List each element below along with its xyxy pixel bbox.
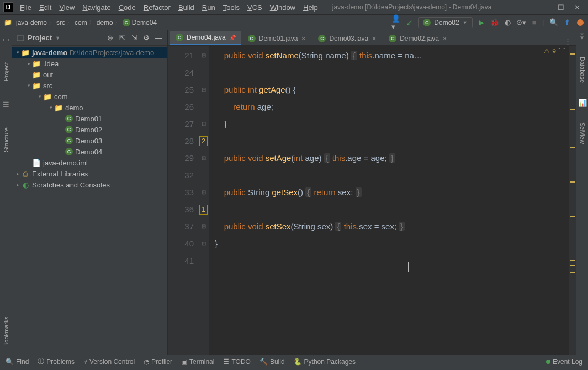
class-icon: C — [65, 126, 73, 133]
profile-icon[interactable]: ⊙▾ — [517, 18, 526, 27]
crumb-java-demo[interactable]: 📁java-demo〉 — [3, 19, 54, 26]
code-content[interactable]: public void setName(String name) { this.… — [209, 46, 576, 355]
tree-class-demo01[interactable]: CDemo01 — [12, 113, 167, 124]
window-title: java-demo [D:\IdeaProjects\java-demo] - … — [321, 3, 541, 11]
tool-python[interactable]: 🐍Python Packages — [294, 358, 356, 366]
menu-help[interactable]: Help — [300, 2, 321, 13]
search-icon[interactable]: 🔍 — [549, 18, 558, 27]
structure-tool-icon[interactable]: ☰ — [2, 100, 10, 109]
tab-structure[interactable]: Structure — [2, 125, 10, 154]
menu-window[interactable]: Window — [267, 2, 299, 13]
tool-vcs[interactable]: ⑂Version Control — [83, 358, 135, 366]
branch-icon: ⑂ — [83, 358, 87, 366]
dropdown-icon: ▼ — [463, 20, 468, 25]
back-arrow-icon[interactable]: ↙ — [405, 18, 414, 27]
crumb-demo04[interactable]: CDemo04 — [123, 19, 157, 26]
tree-class-demo02[interactable]: CDemo02 — [12, 124, 167, 135]
main-menu: FileEditViewNavigateCodeRefactorBuildRun… — [17, 2, 321, 13]
menu-tools[interactable]: Tools — [220, 2, 243, 13]
project-panel-title: Project — [28, 34, 52, 42]
hide-icon[interactable]: — — [154, 34, 163, 42]
database-tool-icon[interactable]: 🗄 — [578, 33, 587, 41]
menu-view[interactable]: View — [56, 2, 78, 13]
menu-build[interactable]: Build — [175, 2, 198, 13]
tool-event-log[interactable]: Event Log — [546, 358, 582, 366]
menu-navigate[interactable]: Navigate — [79, 2, 114, 13]
tree-root[interactable]: ▾📁 java-demo D:\IdeaProjects\java-demo — [12, 47, 167, 58]
tree-demo[interactable]: ▾📁demo — [12, 102, 167, 113]
menu-code[interactable]: Code — [115, 2, 139, 13]
collapse-all-icon[interactable]: ⇲ — [130, 34, 139, 42]
stop-icon[interactable]: ■ — [530, 18, 539, 27]
code-editor[interactable]: 21242526272829323336374041 ⊟ ⊟ ⊡2⊞ ⊞1⊞⊡ … — [168, 46, 576, 355]
ide-icon[interactable] — [576, 18, 585, 27]
tree-ext-lib[interactable]: ▸⎙External Libraries — [12, 168, 167, 179]
menu-refactor[interactable]: Refactor — [140, 2, 174, 13]
menu-edit[interactable]: Edit — [36, 2, 55, 13]
error-stripe[interactable] — [569, 46, 576, 355]
project-icon — [17, 34, 24, 42]
tabs-menu-icon[interactable]: ⋮ — [564, 37, 576, 45]
tab-demo04-java[interactable]: CDemo04.java📌 — [170, 31, 241, 45]
tree-com[interactable]: ▾📁com — [12, 91, 167, 102]
tree-class-demo04[interactable]: CDemo04 — [12, 146, 167, 157]
select-opened-icon[interactable]: ⊕ — [105, 34, 114, 42]
tool-todo[interactable]: ☰TODO — [223, 358, 250, 366]
tab-demo03-java[interactable]: CDemo03.java✕ — [312, 32, 382, 45]
tool-terminal[interactable]: ▣Terminal — [181, 358, 214, 366]
tab-project[interactable]: Project — [2, 60, 10, 83]
menu-run[interactable]: Run — [199, 2, 219, 13]
crumb-demo[interactable]: demo〉 — [97, 19, 120, 26]
status-bar: ▢ Localized IntelliJ IDEA 2021.3.3 is av… — [0, 368, 588, 370]
tool-profiler[interactable]: ◔Profiler — [144, 358, 172, 366]
tree-iml[interactable]: 📄java-demo.iml — [12, 157, 167, 168]
project-tool-icon[interactable]: ▭ — [2, 35, 10, 44]
tree-src[interactable]: ▾📁src — [12, 80, 167, 91]
editor-area: CDemo04.java📌CDemo01.java✕CDemo03.java✕C… — [168, 30, 576, 355]
tab-demo02-java[interactable]: CDemo02.java✕ — [383, 32, 453, 45]
dropdown-icon[interactable]: ▼ — [55, 35, 60, 41]
prev-highlight-icon[interactable]: ˆ — [558, 47, 560, 55]
maximize-button[interactable]: ☐ — [558, 3, 564, 12]
tab-database[interactable]: Database — [578, 55, 587, 85]
tree-class-demo03[interactable]: CDemo03 — [12, 135, 167, 146]
coverage-icon[interactable]: ◐ — [504, 18, 512, 27]
tab-sciview[interactable]: SciView — [578, 120, 587, 146]
sciview-tool-icon[interactable]: 📊 — [578, 98, 587, 107]
app-icon: IJ — [3, 2, 13, 12]
crumb-src[interactable]: src〉 — [56, 19, 72, 26]
left-tool-gutter: ▭ Project ☰ Structure Bookmarks — [0, 30, 12, 355]
tool-build[interactable]: 🔨Build — [259, 358, 285, 366]
add-user-icon[interactable]: 👤▾ — [391, 18, 400, 27]
close-button[interactable]: ✕ — [574, 3, 580, 12]
tab-bookmarks[interactable]: Bookmarks — [2, 314, 10, 349]
tab-demo01-java[interactable]: CDemo01.java✕ — [242, 32, 312, 45]
project-tree[interactable]: ▾📁 java-demo D:\IdeaProjects\java-demo ▸… — [12, 46, 167, 355]
tree-out[interactable]: 📁out — [12, 69, 167, 80]
class-icon: C — [318, 35, 326, 42]
close-tab-icon[interactable]: ✕ — [372, 35, 377, 42]
close-tab-icon[interactable]: ✕ — [442, 35, 447, 42]
expand-all-icon[interactable]: ⇱ — [118, 34, 126, 42]
run-icon[interactable]: ▶ — [477, 18, 486, 27]
warning-count: 9 — [552, 47, 556, 55]
tool-find[interactable]: 🔍Find — [6, 358, 29, 366]
settings-icon[interactable]: ⚙ — [142, 34, 151, 42]
debug-icon[interactable]: 🐞 — [490, 18, 499, 27]
info-icon: ⓘ — [38, 357, 44, 366]
inspection-badge[interactable]: ⚠ 9 ˆ ˇ — [544, 47, 565, 55]
updates-icon[interactable]: ⬆ — [563, 18, 571, 27]
fold-gutter[interactable]: ⊟ ⊟ ⊡2⊞ ⊞1⊞⊡ — [198, 46, 209, 355]
pin-icon[interactable]: 📌 — [229, 35, 236, 41]
next-highlight-icon[interactable]: ˇ — [563, 47, 565, 55]
tool-problems[interactable]: ⓘProblems — [38, 357, 75, 366]
navbar: 📁java-demo〉src〉com〉demo〉CDemo04 👤▾ ↙ C D… — [0, 15, 588, 30]
tree-scratches[interactable]: ▸◐Scratches and Consoles — [12, 179, 167, 190]
minimize-button[interactable]: — — [541, 3, 548, 12]
menu-vcs[interactable]: VCS — [244, 2, 266, 13]
crumb-com[interactable]: com〉 — [75, 19, 94, 26]
menu-file[interactable]: File — [17, 2, 35, 13]
tree-idea[interactable]: ▸📁.idea — [12, 58, 167, 69]
run-config-selector[interactable]: C Demo02 ▼ — [418, 17, 472, 28]
close-tab-icon[interactable]: ✕ — [301, 35, 306, 42]
